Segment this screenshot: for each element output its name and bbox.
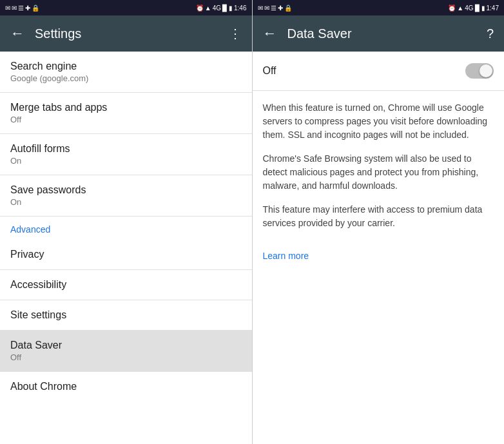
settings-top-bar: ← Settings ⋮: [0, 15, 252, 52]
merge-tabs-subtitle: Off: [10, 115, 242, 124]
data-saver-title-bar: Data Saver: [287, 26, 476, 41]
settings-list: Search engine Google (google.com) Merge …: [0, 52, 252, 444]
autofill-title: Autofill forms: [10, 143, 242, 155]
data-saver-content: Off When this feature is turned on, Chro…: [253, 52, 505, 444]
advanced-title: Advanced: [10, 224, 242, 235]
accessibility-title: Accessibility: [10, 279, 242, 291]
search-engine-subtitle: Google (google.com): [10, 73, 242, 83]
merge-tabs-title: Merge tabs and apps: [10, 102, 242, 113]
data-saver-subtitle: Off: [10, 352, 242, 362]
search-engine-title: Search engine: [10, 61, 242, 72]
notification-icon-r: ☰: [271, 5, 276, 12]
settings-item-site-settings[interactable]: Site settings: [0, 300, 252, 331]
settings-item-autofill[interactable]: Autofill forms On: [0, 134, 252, 175]
lock-icon-r: 🔒: [284, 5, 292, 12]
passwords-subtitle: On: [10, 197, 242, 207]
email-icon-r: ✉: [264, 5, 269, 12]
settings-item-search-engine[interactable]: Search engine Google (google.com): [0, 52, 252, 93]
data-saver-panel: ✉ ✉ ☰ ✚ 🔒 ⏰ ▲ 4G ▉ ▮ 1:47 ← Data Saver ?…: [253, 0, 505, 444]
battery-icon-r: ▮: [481, 5, 485, 12]
settings-item-privacy[interactable]: Privacy: [0, 240, 252, 270]
passwords-title: Save passwords: [10, 184, 242, 196]
data-saver-top-bar: ← Data Saver ?: [253, 15, 505, 52]
gmail-icon-r: ✉: [258, 5, 263, 12]
settings-item-data-saver[interactable]: Data Saver Off: [0, 331, 252, 372]
status-icons-right-left: ✉ ✉ ☰ ✚ 🔒: [258, 5, 292, 12]
learn-more-link[interactable]: Learn more: [253, 246, 505, 271]
settings-item-accessibility[interactable]: Accessibility: [0, 270, 252, 300]
settings-title: Settings: [35, 26, 218, 41]
settings-panel: ✉ ✉ ☰ ✚ 🔒 ⏰ ▲ 4G ▉ ▮ 1:46 ← Settings ⋮ S…: [0, 0, 253, 444]
data-saver-back-button[interactable]: ←: [263, 26, 277, 41]
signal-icon: ▲: [205, 5, 211, 12]
data-saver-descriptions: When this feature is turned on, Chrome w…: [253, 91, 505, 246]
gmail-icon: ✉: [5, 5, 10, 12]
time-right: 1:47: [487, 5, 499, 12]
about-title: About Chrome: [10, 381, 242, 392]
network-bars-r: ▉: [475, 5, 480, 12]
status-right-left-panel: ⏰ ▲ 4G ▉ ▮ 1:46: [196, 5, 247, 12]
status-right-right-panel: ⏰ ▲ 4G ▉ ▮ 1:47: [448, 5, 499, 12]
overflow-menu-button[interactable]: ⋮: [229, 26, 242, 41]
notification-icon: ☰: [18, 5, 24, 12]
time-left: 1:46: [234, 5, 246, 12]
network-bars: ▉: [222, 5, 228, 12]
data-saver-toggle[interactable]: [465, 63, 494, 79]
network-label: 4G: [213, 5, 221, 12]
signal-icon-r: ▲: [457, 5, 463, 12]
lock-icon: 🔒: [32, 5, 39, 12]
site-settings-title: Site settings: [10, 309, 242, 321]
help-button[interactable]: ?: [487, 26, 494, 41]
settings-item-passwords[interactable]: Save passwords On: [0, 175, 252, 217]
back-button[interactable]: ←: [10, 26, 24, 41]
settings-item-merge-tabs[interactable]: Merge tabs and apps Off: [0, 93, 252, 134]
email-icon: ✉: [12, 5, 17, 12]
toggle-label: Off: [263, 65, 276, 77]
settings-item-about[interactable]: About Chrome: [0, 372, 252, 401]
data-saver-toggle-row: Off: [253, 52, 505, 91]
description-2: Chrome's Safe Browsing system will also …: [263, 152, 494, 193]
data-saver-title: Data Saver: [10, 340, 242, 351]
description-1: When this feature is turned on, Chrome w…: [263, 101, 494, 142]
alarm-icon-r: ⏰: [448, 5, 456, 12]
plus-icon: ✚: [25, 5, 30, 12]
battery-icon: ▮: [229, 5, 233, 12]
autofill-subtitle: On: [10, 156, 242, 166]
plus-icon-r: ✚: [278, 5, 283, 12]
description-3: This feature may interfere with access t…: [263, 203, 494, 230]
alarm-icon: ⏰: [196, 5, 204, 12]
status-bar-left: ✉ ✉ ☰ ✚ 🔒 ⏰ ▲ 4G ▉ ▮ 1:46: [0, 0, 252, 15]
network-label-r: 4G: [465, 5, 473, 12]
status-icons-left: ✉ ✉ ☰ ✚ 🔒: [5, 5, 39, 12]
status-bar-right: ✉ ✉ ☰ ✚ 🔒 ⏰ ▲ 4G ▉ ▮ 1:47: [253, 0, 505, 15]
settings-section-advanced: Advanced: [0, 217, 252, 240]
privacy-title: Privacy: [10, 249, 242, 260]
